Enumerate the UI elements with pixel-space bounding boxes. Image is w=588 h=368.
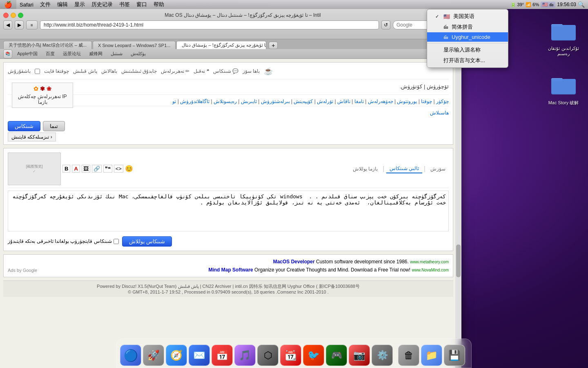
forward-button[interactable]: ▶ [15, 20, 24, 29]
dropdown-item-english[interactable]: ✓ 🇺🇸 美国英语 [427, 11, 508, 22]
shinkas-button[interactable]: شىنكاس [8, 121, 40, 131]
action-neqil[interactable]: ❝ نەقىل [194, 68, 209, 74]
reply-textarea[interactable]: كەرگۆزگۈچتە بىركۆن خەت يېزىپ سناق قىلدىم… [8, 191, 449, 231]
desktop-icon-ukraine[interactable]: ئۇكراندىن ئۇتقانرەسىم [547, 18, 580, 56]
scrollbar[interactable]: ▲ ▼ ▼ [455, 59, 461, 368]
dock-aperture[interactable]: ⬡ [257, 345, 278, 366]
action-choqta[interactable]: چوقتغا قايت [44, 68, 69, 74]
ad-1-url: www.metatheory.com [410, 260, 449, 264]
action-jabduq[interactable]: جابدۇق ئىشلىتىش [121, 68, 157, 74]
dropdown-item-uyghur[interactable]: 🖮 Uyghur_unicode [427, 32, 508, 42]
tab-ali-shinkas[interactable]: ئالىي شىنكاس [386, 164, 422, 173]
search-icon[interactable]: 🔍 [578, 1, 585, 8]
dropdown-item-pinyin[interactable]: 🖮 简体拼音 [427, 22, 508, 32]
new-tab-button[interactable]: + [269, 42, 278, 49]
bookmark-weifeng[interactable]: 威锋网 [86, 50, 106, 58]
menu-help[interactable]: 帮助 [150, 0, 167, 9]
menu-window[interactable]: 窗口 [133, 0, 150, 9]
menu-history[interactable]: 历史记录 [88, 0, 116, 9]
bookmark-baidu[interactable]: 百度 [42, 50, 58, 58]
auto-return-checkbox[interactable] [114, 239, 119, 244]
dock-calendar[interactable]: 📆 [280, 345, 301, 366]
desktop-icon-mac-story[interactable]: Mac Story 破解 [547, 72, 580, 106]
url-bar[interactable] [40, 20, 379, 29]
bookmark-yuanjing[interactable]: 远景论坛 [60, 50, 84, 58]
nav-hasilash[interactable]: ھاسىلاش [430, 110, 449, 116]
action-bashqurusch[interactable]: باشقۇرۇش [8, 68, 31, 74]
tab-2[interactable]: X Snow Leopard – Windows7 SP1... [93, 41, 176, 49]
image-icon[interactable]: 🖼 [82, 165, 90, 173]
dock-game-center[interactable]: 🎮 [326, 345, 347, 366]
nav-koppeyitsh[interactable]: كۆپپەيتش [294, 99, 313, 104]
action-baha[interactable]: باھا سۆز [243, 68, 260, 74]
tab-yazma[interactable]: يازما يوللاش [350, 165, 381, 173]
quote-icon[interactable]: ❝❞ [103, 165, 112, 173]
dock-angry-birds[interactable]: 🐦 [303, 345, 324, 366]
maximize-button[interactable] [18, 13, 23, 18]
bookmark-apple[interactable]: Apple中国 [14, 50, 41, 58]
action-pencil[interactable]: ✏ تەھرىرلەش [161, 68, 189, 74]
reader-button[interactable]: ≡ [26, 20, 38, 29]
clock: 19:56:03 [557, 2, 576, 7]
submit-button[interactable]: شىنكاس يوللاش [122, 236, 172, 247]
refresh-button[interactable]: ↺ [381, 20, 390, 29]
tima-button[interactable]: تىما [43, 121, 65, 131]
nav-reysotlash[interactable]: رەيسوتلاش [214, 99, 237, 104]
emoji-icon[interactable]: 😊 [125, 165, 133, 173]
action-bahalash[interactable]: باھالاش [101, 68, 117, 74]
dock-trash[interactable]: 🗑 [398, 345, 419, 366]
action-pash[interactable]: پاش قىلىش [73, 68, 97, 74]
code-icon[interactable]: <> [114, 165, 123, 173]
menu-file[interactable]: 文件 [37, 0, 54, 9]
menu-view[interactable]: 显示 [71, 0, 88, 9]
menu-bookmarks[interactable]: 书签 [116, 0, 133, 9]
nav-agahlat[interactable]: ئاگاھلاتدۆرۈش [180, 99, 209, 104]
back-button[interactable]: ◀ [3, 20, 12, 29]
apple-menu[interactable]: 🍎 [0, 0, 16, 9]
nav-jawherlesh[interactable]: جەۋھەرلەش [368, 99, 393, 104]
dropdown-item-lang-settings[interactable]: 打开语言与文本... [427, 55, 508, 66]
bookmark-yuklas[interactable]: يۈكلەش [127, 50, 149, 57]
dock-folder[interactable]: 📁 [421, 345, 442, 366]
bookmark-shintil[interactable]: شىنتىل [107, 50, 126, 57]
menu-edit[interactable]: 编辑 [54, 0, 71, 9]
action-shinkas[interactable]: 💬 شىنكاس [213, 68, 238, 74]
format-A-icon[interactable]: A [72, 165, 80, 173]
bold-icon[interactable]: B [62, 165, 70, 173]
dock-safari[interactable]: 🧭 [166, 345, 187, 366]
menu-safari[interactable]: Safari [16, 0, 37, 9]
sidebar-toggle[interactable]: 📚 [3, 49, 12, 58]
nav-to[interactable]: تو [172, 99, 176, 104]
ad-2-link[interactable]: Mind Map Software [208, 267, 253, 273]
dock-photo-booth[interactable]: 📷 [349, 345, 370, 366]
nav-torlesh[interactable]: تۆرلەش [317, 99, 333, 104]
dock-launchpad[interactable]: 🚀 [143, 345, 164, 366]
nav-tamgha[interactable]: تامغا [354, 99, 364, 104]
pinyin-icon: 🖮 [443, 24, 448, 30]
dock-finder[interactable]: 🔵 [120, 345, 141, 366]
bashqurusch-checkbox[interactable] [35, 69, 40, 74]
dock-system-prefs[interactable]: ⚙️ [372, 345, 393, 366]
lang-indicator[interactable]: 🇺🇸 🖮 [541, 2, 555, 8]
link-icon[interactable]: 🔗 [92, 165, 102, 173]
close-button[interactable] [3, 13, 9, 18]
dock-mail[interactable]: ✉️ [189, 345, 210, 366]
tab-1[interactable]: 关于愤怒的小鸟| Mac综合讨论区 – 威... [3, 41, 92, 49]
tab-sozush[interactable]: سۆزش [427, 165, 449, 173]
ad-1-link[interactable]: MacOS Developer [273, 259, 315, 265]
dock-ical[interactable]: 📅 [212, 345, 233, 366]
dropdown-item-show-name[interactable]: 显示输入源名称 [427, 45, 508, 55]
dock-downloads[interactable]: 💾 [444, 345, 465, 366]
nav-yorutuush[interactable]: يوروتتوش [397, 99, 417, 104]
scroll-thumb[interactable] [456, 245, 461, 277]
tab-3[interactable]: تا ئۆيغۇرچە يېزىق كەرگۆزگۈچ! – يۆمشاق دى… [176, 41, 266, 49]
nav-choqta[interactable]: چوقتا [421, 99, 432, 104]
nav-ayirish[interactable]: ئايىرىش [241, 99, 257, 104]
nav-birleshturu[interactable]: بىرلەشتۈرۈش [261, 99, 290, 104]
tizmilek-link[interactable]: ‹ تىزمىلەككە قايتىش [8, 132, 56, 141]
nav-chokur[interactable]: چۆكۈر [436, 99, 449, 104]
dock-itunes[interactable]: 🎵 [234, 345, 256, 366]
input-source-dropdown[interactable]: ✓ 🇺🇸 美国英语 🖮 简体拼音 🖮 Uyghur_unicode 显示输入源名… [427, 9, 508, 68]
minimize-button[interactable] [11, 13, 16, 18]
nav-taqash[interactable]: تاقاش [337, 99, 350, 104]
